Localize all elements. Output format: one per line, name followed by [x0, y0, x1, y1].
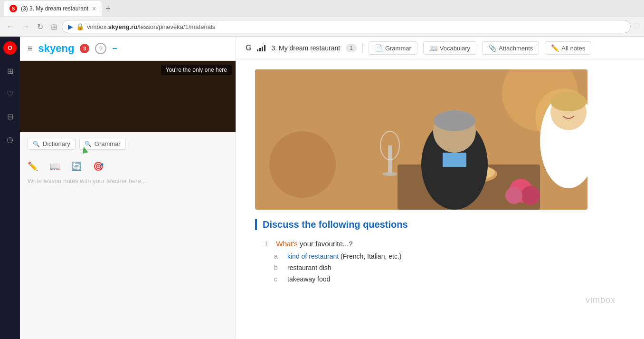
question-group: 1 What's your favourite...? a kind of re… [255, 240, 625, 283]
left-panel: ≡ skyeng 3 ? − You're the only one here … [20, 37, 236, 339]
grammar-icon: 📄 [375, 44, 383, 52]
sub-label-b: b [274, 264, 282, 271]
notes-placeholder[interactable]: Write lesson notes with your teacher her… [28, 175, 228, 186]
logo-text: skyeng [38, 42, 75, 55]
heart-icon[interactable]: ♡ [3, 87, 17, 100]
layers-icon[interactable]: ⊟ [3, 110, 17, 123]
attachments-button[interactable]: 📎 Attachments [482, 41, 539, 55]
book-icon[interactable]: 📖 [49, 161, 60, 172]
vimbox-watermark: vimbox [255, 291, 625, 305]
search-icon: 🔍 [33, 141, 40, 147]
browser-chrome: S (3) 3. My dream restaurant × + ← → ↻ ⊞… [0, 0, 644, 37]
lesson-badge: 1 [346, 44, 357, 52]
left-panel-header: ≡ skyeng 3 ? − [20, 37, 236, 61]
lock-icon: 🔒 [76, 23, 84, 30]
grid-button[interactable]: ⊞ [48, 20, 60, 33]
reload-button[interactable]: ↻ [34, 20, 46, 33]
sub-items-list: a kind of restaurant (French, Italian, e… [274, 252, 625, 283]
svg-point-23 [550, 92, 587, 111]
address-bar[interactable]: ▶ 🔒 vimbox.skyeng.ru/lesson/pineveka/1/m… [62, 20, 631, 33]
skyeng-logo: skyeng [38, 42, 75, 55]
signal-bars [257, 45, 265, 51]
nav-bar: ← → ↻ ⊞ ▶ 🔒 vimbox.skyeng.ru/lesson/pine… [0, 17, 644, 36]
restaurant-image [255, 69, 587, 210]
svg-point-9 [505, 187, 522, 204]
sidebar-icons: O ⊞ ♡ ⊟ ◷ [0, 37, 20, 339]
new-tab-button[interactable]: + [102, 4, 114, 14]
video-icon: ▶ [68, 23, 73, 30]
notes-icon: ✏️ [551, 44, 559, 52]
svg-point-8 [521, 186, 540, 205]
main-content: Discuss the following questions 1 What's… [236, 60, 644, 339]
sub-label-a: a [274, 252, 282, 260]
attachments-icon: 📎 [488, 44, 496, 52]
app-body: O ⊞ ♡ ⊟ ◷ ≡ skyeng 3 ? − You're the only… [0, 37, 644, 339]
notification-badge[interactable]: 3 [80, 44, 89, 53]
all-notes-button[interactable]: ✏️ All notes [545, 41, 591, 55]
signal-bar-2 [259, 48, 261, 51]
bookmark-button[interactable]: ♡ [633, 21, 640, 32]
dict-tabs: 🔍 Dictionary 🔍 Grammar [20, 132, 236, 155]
tab-close-button[interactable]: × [92, 5, 96, 12]
tab-bar: S (3) 3. My dream restaurant × + [0, 0, 644, 17]
notes-icons: ✏️ 📖 🔄 🎯 [20, 155, 236, 175]
grammar-button[interactable]: 📄 Grammar [369, 41, 417, 55]
svg-point-3 [269, 131, 336, 198]
minimize-button[interactable]: − [112, 44, 117, 54]
refresh-icon[interactable]: 🔄 [71, 161, 82, 172]
dictionary-tab[interactable]: 🔍 Dictionary [28, 138, 76, 150]
video-area: You're the only one here [20, 61, 236, 132]
toolbar-divider [362, 43, 363, 53]
svg-rect-20 [443, 153, 466, 167]
grid-icon[interactable]: ⊞ [3, 64, 17, 77]
tab-favicon: S [9, 5, 17, 12]
svg-point-19 [434, 110, 475, 131]
signal-bar-3 [262, 47, 263, 51]
g-label: G [246, 44, 251, 52]
active-tab: S (3) 3. My dream restaurant × [4, 1, 102, 16]
sub-text-c: takeaway food [287, 275, 330, 283]
discuss-section: Discuss the following questions 1 What's… [255, 219, 625, 283]
forward-button[interactable]: → [19, 20, 32, 33]
sub-item-c: c takeaway food [274, 275, 625, 283]
lesson-title-toolbar: 3. My dream restaurant [271, 44, 340, 52]
target-icon[interactable]: 🎯 [93, 161, 104, 172]
video-tooltip: You're the only one here [161, 65, 232, 75]
svg-point-12 [382, 172, 398, 176]
back-button[interactable]: ← [4, 20, 17, 33]
question-number: 1 [265, 240, 268, 248]
right-content: G 3. My dream restaurant 1 📄 Grammar 📖 V… [236, 37, 644, 339]
signal-bar-4 [264, 45, 265, 51]
history-icon[interactable]: ◷ [3, 133, 17, 146]
vocabulary-icon: 📖 [429, 44, 437, 52]
discuss-title: Discuss the following questions [255, 219, 625, 230]
sub-item-a: a kind of restaurant (French, Italian, e… [274, 252, 625, 260]
address-text: vimbox.skyeng.ru/lesson/pineveka/1/mater… [87, 23, 215, 30]
hamburger-icon[interactable]: ≡ [28, 44, 33, 54]
question-text: What's your favourite...? [276, 240, 352, 248]
sub-label-c: c [274, 275, 282, 283]
sub-text-a: kind of restaurant (French, Italian, etc… [287, 252, 401, 260]
signal-bar-1 [257, 49, 258, 51]
tab-title: (3) 3. My dream restaurant [21, 5, 88, 12]
what-highlight: What's [276, 240, 297, 248]
pen-icon[interactable]: ✏️ [28, 161, 38, 172]
content-toolbar: G 3. My dream restaurant 1 📄 Grammar 📖 V… [236, 37, 644, 60]
help-button[interactable]: ? [95, 43, 106, 54]
sub-item-b: b restaurant dish [274, 264, 625, 271]
vocabulary-button[interactable]: 📖 Vocabulary [423, 41, 476, 55]
sub-text-b: restaurant dish [287, 264, 331, 271]
opera-icon[interactable]: O [3, 41, 17, 55]
